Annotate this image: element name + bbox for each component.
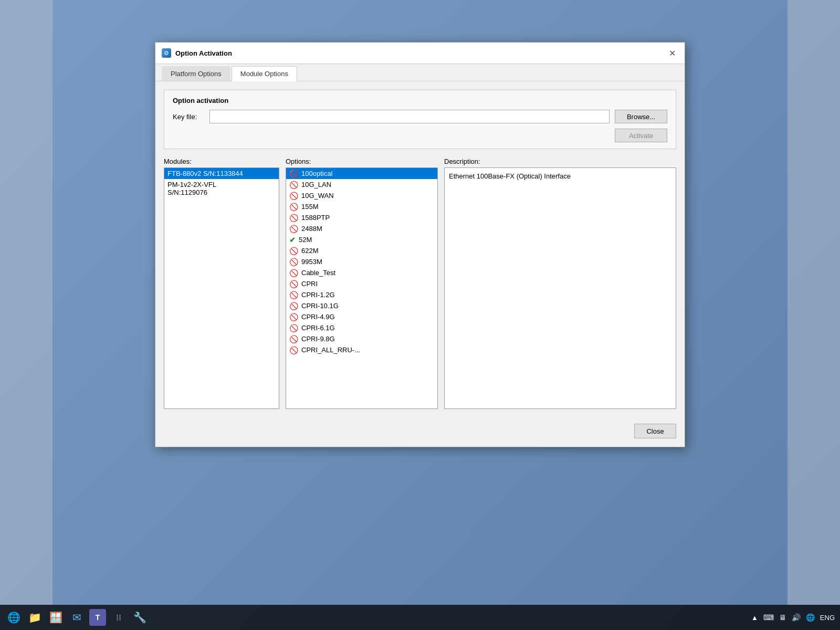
option-text: CPRI (301, 280, 318, 288)
option-item-10g-wan[interactable]: 🚫 10G_WAN (286, 190, 437, 201)
option-text: 9953M (301, 258, 322, 266)
disabled-icon: 🚫 (289, 324, 298, 332)
option-text: Cable_Test (301, 269, 335, 277)
disabled-icon: 🚫 (289, 203, 298, 211)
module-item-ftb880v2-text: FTB-880v2 S/N:1133844 (167, 170, 243, 177)
browse-button[interactable]: Browse... (615, 110, 667, 123)
disabled-icon: 🚫 (289, 214, 298, 222)
disabled-icon: 🚫 (289, 258, 298, 266)
option-item-9953m[interactable]: 🚫 9953M (286, 256, 437, 267)
option-item-622m[interactable]: 🚫 622M (286, 245, 437, 256)
option-text: 52M (299, 236, 312, 244)
module-item-ftb880v2[interactable]: FTB-880v2 S/N:1133844 (164, 168, 279, 179)
modules-label: Modules: (164, 158, 279, 165)
disabled-icon: 🚫 (289, 192, 298, 200)
dialog-close-button[interactable]: ✕ (666, 47, 678, 59)
tab-module-options[interactable]: Module Options (232, 66, 297, 81)
taskbar-keyboard-icon: ⌨ (763, 613, 774, 622)
taskbar-icon-windows[interactable]: 🪟 (47, 609, 64, 626)
options-list[interactable]: 🚫 100optical 🚫 10G_LAN 🚫 10G_WAN 🚫 (286, 167, 438, 409)
key-file-label: Key file: (173, 113, 204, 121)
taskbar-icon-teams[interactable]: T (89, 609, 106, 626)
disabled-icon: 🚫 (289, 302, 298, 310)
option-item-cpri-all-rru[interactable]: 🚫 CPRI_ALL_RRU-... (286, 344, 437, 355)
dialog-overlay: ⚙ Option Activation ✕ Platform Options M… (0, 0, 840, 630)
option-text: CPRI-4.9G (301, 313, 335, 321)
option-item-52m[interactable]: ✔ 52M (286, 234, 437, 245)
options-label: Options: (286, 158, 438, 165)
disabled-icon: 🚫 (289, 346, 298, 354)
dialog-title-text: Option Activation (175, 49, 232, 57)
taskbar-left: 🌐 📁 🪟 ✉ T ⁞⁞ 🔧 (5, 609, 148, 626)
option-item-cpri-10-1g[interactable]: 🚫 CPRI-10.1G (286, 300, 437, 311)
option-text: CPRI-10.1G (301, 302, 339, 310)
disabled-icon: 🚫 (289, 170, 298, 177)
close-button[interactable]: Close (634, 424, 676, 438)
option-text: CPRI-6.1G (301, 324, 335, 332)
option-text: 10G_WAN (301, 192, 334, 200)
taskbar-icon-explorer[interactable]: 📁 (26, 609, 43, 626)
tabs-bar: Platform Options Module Options (155, 64, 685, 81)
dialog-footer: Close (155, 417, 685, 447)
disabled-icon: 🚫 (289, 247, 298, 255)
option-text: 155M (301, 203, 319, 211)
enabled-icon: ✔ (289, 236, 296, 244)
disabled-icon: 🚫 (289, 269, 298, 277)
option-item-2488m[interactable]: 🚫 2488M (286, 223, 437, 234)
option-item-cpri-9-8g[interactable]: 🚫 CPRI-9.8G (286, 333, 437, 344)
option-activation-dialog: ⚙ Option Activation ✕ Platform Options M… (155, 42, 685, 447)
module-item-pm1v2-text: PM-1v2-2X-VFLS/N:1129076 (167, 181, 216, 196)
tab-platform-options[interactable]: Platform Options (162, 66, 230, 81)
disabled-icon: 🚫 (289, 291, 298, 299)
option-text: 1588PTP (301, 214, 330, 222)
description-column: Description: Ethernet 100Base-FX (Optica… (444, 158, 676, 409)
modules-column: Modules: FTB-880v2 S/N:1133844 PM-1v2-2X… (164, 158, 279, 409)
taskbar-monitor-icon: 🖥 (779, 613, 786, 622)
option-item-cable-test[interactable]: 🚫 Cable_Test (286, 267, 437, 278)
key-file-row: Key file: Browse... (173, 110, 667, 123)
description-text: Ethernet 100Base-FX (Optical) Interface (449, 172, 571, 180)
activate-button[interactable]: Activate (615, 129, 667, 142)
taskbar-icon-grid[interactable]: ⁞⁞ (110, 609, 127, 626)
description-box: Ethernet 100Base-FX (Optical) Interface (444, 167, 676, 409)
dialog-title-icon: ⚙ (162, 48, 171, 58)
module-item-pm1v2[interactable]: PM-1v2-2X-VFLS/N:1129076 (164, 179, 279, 198)
option-item-cpri-4-9g[interactable]: 🚫 CPRI-4.9G (286, 311, 437, 322)
disabled-icon: 🚫 (289, 313, 298, 321)
option-item-1588ptp[interactable]: 🚫 1588PTP (286, 212, 437, 223)
description-label: Description: (444, 158, 676, 165)
option-activation-section: Option activation Key file: Browse... Ac… (164, 90, 676, 149)
taskbar-icon-edge[interactable]: 🌐 (5, 609, 22, 626)
taskbar-lang-label[interactable]: ENG (820, 614, 835, 622)
disabled-icon: 🚫 (289, 225, 298, 233)
modules-list[interactable]: FTB-880v2 S/N:1133844 PM-1v2-2X-VFLS/N:1… (164, 167, 279, 409)
taskbar-icon-plus[interactable]: 🔧 (131, 609, 148, 626)
columns-area: Modules: FTB-880v2 S/N:1133844 PM-1v2-2X… (164, 158, 676, 409)
key-file-input[interactable] (209, 110, 610, 123)
taskbar-right: ▲ ⌨ 🖥 🔊 🌐 ENG (751, 613, 835, 622)
option-item-100optical[interactable]: 🚫 100optical (286, 168, 437, 179)
taskbar-chevron[interactable]: ▲ (751, 614, 758, 622)
option-text: CPRI-9.8G (301, 335, 335, 343)
option-item-cpri-6-1g[interactable]: 🚫 CPRI-6.1G (286, 322, 437, 333)
option-text: CPRI_ALL_RRU-... (301, 346, 360, 354)
option-text: CPRI-1.2G (301, 291, 335, 299)
option-item-10g-lan[interactable]: 🚫 10G_LAN (286, 179, 437, 190)
option-item-cpri[interactable]: 🚫 CPRI (286, 278, 437, 289)
taskbar: 🌐 📁 🪟 ✉ T ⁞⁞ 🔧 ▲ ⌨ 🖥 🔊 🌐 ENG (0, 605, 840, 630)
section-label: Option activation (173, 97, 667, 104)
disabled-icon: 🚫 (289, 280, 298, 288)
taskbar-volume-icon[interactable]: 🔊 (792, 613, 801, 622)
disabled-icon: 🚫 (289, 335, 298, 343)
dialog-titlebar: ⚙ Option Activation ✕ (155, 43, 685, 64)
option-text: 10G_LAN (301, 181, 331, 188)
option-text: 622M (301, 247, 319, 255)
taskbar-network-icon[interactable]: 🌐 (806, 613, 815, 622)
options-column: Options: 🚫 100optical 🚫 10G_LAN 🚫 10 (286, 158, 438, 409)
option-text: 2488M (301, 225, 322, 233)
option-item-155m[interactable]: 🚫 155M (286, 201, 437, 212)
disabled-icon: 🚫 (289, 181, 298, 188)
option-text: 100optical (301, 170, 332, 177)
taskbar-icon-mail[interactable]: ✉ (68, 609, 85, 626)
option-item-cpri-1-2g[interactable]: 🚫 CPRI-1.2G (286, 289, 437, 300)
